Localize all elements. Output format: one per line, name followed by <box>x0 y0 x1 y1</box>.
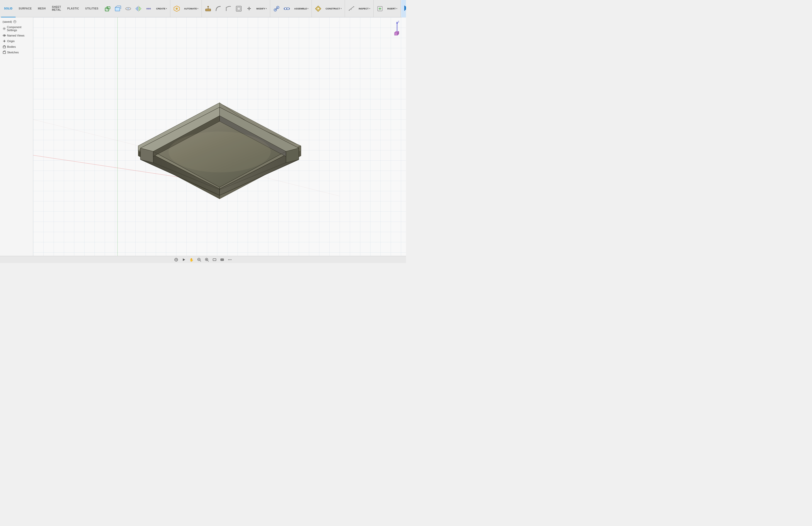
eye-icon <box>2 34 6 37</box>
svg-marker-12 <box>135 6 137 11</box>
svg-rect-48 <box>3 52 5 54</box>
bodies-label: Bodies <box>7 45 16 48</box>
svg-point-28 <box>285 8 287 10</box>
svg-line-5 <box>115 6 117 8</box>
inspect-group: INSPECT ▾ <box>346 0 374 17</box>
assemble-group: ASSEMBLE ▾ <box>271 0 312 17</box>
more-options-btn[interactable] <box>227 257 233 263</box>
zoom-out-btn[interactable] <box>197 257 202 263</box>
inspect-label: INSPECT ▾ <box>359 8 370 10</box>
doc-saved-label: (saved) <box>2 20 12 23</box>
zoom-fit-btn[interactable] <box>204 257 209 263</box>
settings-icon <box>2 27 6 30</box>
display-mode1-btn[interactable] <box>212 257 217 263</box>
construct-btn[interactable] <box>313 2 323 16</box>
move-btn[interactable]: ✛ <box>244 2 254 16</box>
chamfer-btn[interactable] <box>224 2 233 16</box>
assemble-label: ASSEMBLE ▾ <box>294 8 308 10</box>
svg-point-14 <box>146 8 148 10</box>
svg-point-15 <box>148 8 149 10</box>
shell-btn[interactable] <box>234 2 244 16</box>
insert-dropdown[interactable]: INSERT ▾ <box>385 2 400 16</box>
automate-icon <box>173 5 180 12</box>
press-pull-icon <box>204 5 212 12</box>
svg-rect-23 <box>237 7 240 10</box>
new-component-icon <box>104 5 111 12</box>
sidebar-item-sketches[interactable]: Sketches <box>0 49 33 55</box>
svg-rect-86 <box>394 33 397 35</box>
sidebar-item-origin[interactable]: Origin <box>0 38 33 44</box>
svg-line-95 <box>200 261 201 262</box>
fillet-btn[interactable] <box>214 2 223 16</box>
sidebar: (saved) Component Settings Named Views O… <box>0 17 33 263</box>
tab-plastic[interactable]: PLASTIC <box>64 0 82 17</box>
sidebar-item-named-views[interactable]: Named Views <box>0 33 33 38</box>
mirror-btn[interactable] <box>133 2 143 16</box>
inspect-dropdown[interactable]: INSPECT ▾ <box>357 2 372 16</box>
svg-point-105 <box>231 259 232 260</box>
tab-utilities[interactable]: UTILITIES <box>82 0 102 17</box>
pattern-icon <box>145 5 152 12</box>
svg-marker-21 <box>207 6 209 7</box>
construct-dropdown[interactable]: CONSTRUCT ▾ <box>323 2 344 16</box>
modify-label: MODIFY ▾ <box>256 8 267 10</box>
tab-solid[interactable]: SOLID <box>1 0 16 17</box>
snap-btn[interactable] <box>173 257 179 263</box>
automate-btn[interactable] <box>172 2 182 16</box>
revolve-btn[interactable] <box>123 2 133 16</box>
select-group: SELECT ▾ <box>401 0 406 17</box>
assemble-dropdown[interactable]: ASSEMBLE ▾ <box>292 2 310 16</box>
svg-text:✋: ✋ <box>189 258 193 262</box>
select-icon <box>404 5 406 12</box>
insert-group: INSERT ▾ <box>374 0 401 17</box>
pan-btn[interactable]: ✋ <box>189 257 194 263</box>
press-pull-btn[interactable] <box>203 2 213 16</box>
automate-label: AUTOMATE ▾ <box>184 8 199 10</box>
component-settings-label: Component Settings <box>7 26 30 32</box>
tab-sheet-metal[interactable]: SHEET METAL <box>49 0 64 17</box>
select-btn[interactable] <box>402 2 406 16</box>
display-mode2-btn[interactable] <box>219 257 225 263</box>
tab-mesh[interactable]: MESH <box>35 0 49 17</box>
display-play-btn[interactable] <box>181 257 187 263</box>
tab-surface[interactable]: SURFACE <box>16 0 35 17</box>
svg-rect-19 <box>205 9 211 11</box>
chamfer-icon <box>225 5 232 12</box>
named-views-label: Named Views <box>7 34 25 37</box>
svg-marker-39 <box>405 5 406 11</box>
joint-icon <box>273 5 280 12</box>
joint2-btn[interactable] <box>282 2 292 16</box>
svg-marker-13 <box>139 6 141 11</box>
bodies-icon <box>2 45 6 48</box>
svg-point-42 <box>3 27 5 30</box>
insert-btn[interactable] <box>375 2 385 16</box>
create-label: CREATE ▾ <box>156 8 167 10</box>
svg-point-41 <box>3 28 5 29</box>
shell-icon <box>235 5 242 12</box>
measure-btn[interactable] <box>347 2 356 16</box>
svg-point-16 <box>149 8 151 10</box>
sidebar-item-bodies[interactable]: Bodies <box>0 44 33 49</box>
modify-dropdown[interactable]: MODIFY ▾ <box>254 2 269 16</box>
svg-point-10 <box>127 8 129 10</box>
pattern-btn[interactable] <box>144 2 154 16</box>
svg-rect-47 <box>3 46 5 48</box>
svg-rect-22 <box>236 6 241 11</box>
move-icon: ✛ <box>245 5 252 12</box>
create-dropdown[interactable]: CREATE ▾ <box>154 2 169 16</box>
sidebar-item-component-settings[interactable]: Component Settings <box>0 25 33 33</box>
svg-rect-102 <box>221 259 224 261</box>
new-component-btn[interactable] <box>103 2 113 16</box>
doc-header: (saved) <box>0 19 33 25</box>
svg-rect-4 <box>115 8 120 11</box>
automate-dropdown[interactable]: AUTOMATE ▾ <box>182 2 201 16</box>
revolve-icon <box>125 5 132 12</box>
svg-point-31 <box>317 8 319 10</box>
svg-point-18 <box>176 8 178 10</box>
svg-line-32 <box>349 6 354 11</box>
toolbar: SOLID SURFACE MESH SHEET METAL PLASTIC U… <box>0 0 406 17</box>
svg-rect-101 <box>213 259 216 261</box>
axis-indicator-svg: Z <box>391 20 404 40</box>
joint-btn[interactable] <box>272 2 281 16</box>
sketch-btn[interactable] <box>113 2 123 16</box>
